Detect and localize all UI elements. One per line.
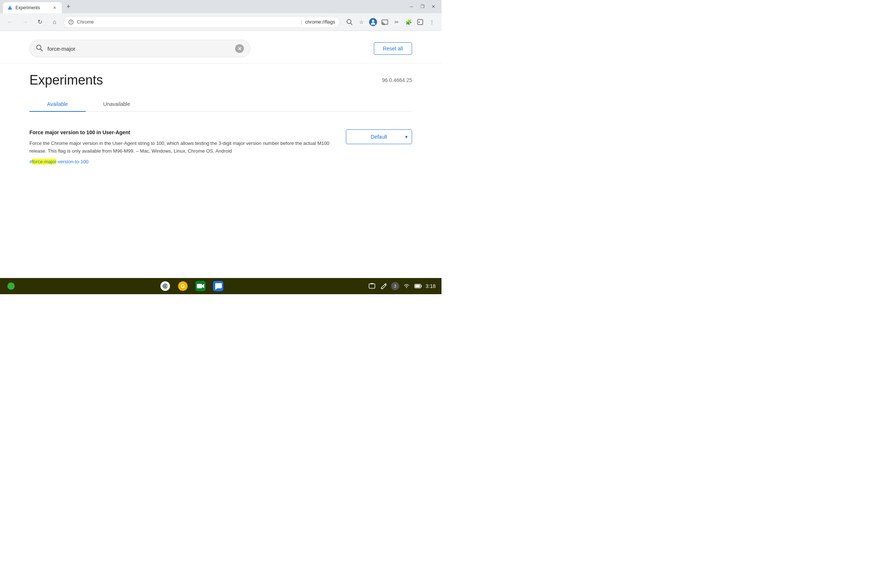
taskbar-google-icon[interactable]: G xyxy=(176,279,189,293)
tab-unavailable[interactable]: Unavailable xyxy=(86,97,148,111)
page-title: Experiments xyxy=(29,72,103,88)
address-brand: Chrome xyxy=(77,19,298,25)
address-separator: | xyxy=(301,19,302,25)
svg-rect-21 xyxy=(371,283,374,284)
maximize-button[interactable]: ❐ xyxy=(417,2,428,12)
tab-close-button[interactable]: ✕ xyxy=(51,5,57,10)
address-bar[interactable]: Chrome | chrome://flags xyxy=(63,16,340,28)
svg-marker-0 xyxy=(8,6,12,9)
version-text: 96.0.4664.25 xyxy=(382,77,412,83)
svg-point-13 xyxy=(164,285,167,288)
puzzle-icon[interactable]: 🧩 xyxy=(403,17,413,27)
svg-point-2 xyxy=(71,23,71,24)
search-icon[interactable] xyxy=(344,17,355,27)
cast-icon[interactable] xyxy=(380,17,390,27)
search-input[interactable] xyxy=(48,46,231,52)
select-wrapper[interactable]: Default Enabled Disabled xyxy=(346,129,412,144)
back-button[interactable]: ← xyxy=(5,16,16,28)
home-button[interactable]: ⌂ xyxy=(48,16,60,28)
svg-rect-20 xyxy=(369,284,375,288)
security-icon xyxy=(68,19,74,25)
svg-text:G: G xyxy=(181,283,185,289)
taskbar-pen-icon[interactable] xyxy=(379,282,388,291)
taskbar-battery-icon[interactable] xyxy=(414,282,423,291)
forward-button[interactable]: → xyxy=(19,16,31,28)
tab-favicon xyxy=(8,5,12,10)
flag-name: Force major version to 100 in User-Agent xyxy=(29,129,334,135)
window-controls: ─ ❐ ✕ xyxy=(406,2,438,12)
new-tab-button[interactable]: + xyxy=(63,2,74,12)
browser-tab[interactable]: Experiments ✕ xyxy=(3,2,62,13)
reset-all-button[interactable]: Reset all xyxy=(374,42,412,55)
search-box[interactable]: ✕ xyxy=(29,40,250,57)
svg-point-9 xyxy=(8,282,15,290)
svg-rect-23 xyxy=(415,285,420,288)
flag-link-container: #force-major-version-to-100 xyxy=(29,158,334,165)
taskbar-chat-icon[interactable] xyxy=(212,279,225,293)
flag-select[interactable]: Default Enabled Disabled xyxy=(346,129,412,144)
flag-desc: Force the Chrome major version in the Us… xyxy=(29,140,334,155)
taskbar-notification-icon[interactable]: 3 xyxy=(391,282,399,290)
toolbar-icons: ☆ ✂ 🧩 xyxy=(344,17,437,27)
flag-item: Force major version to 100 in User-Agent… xyxy=(29,123,412,171)
flag-link[interactable]: #force-major-version-to-100 xyxy=(29,159,88,164)
svg-point-5 xyxy=(372,20,374,22)
tab-title: Experiments xyxy=(15,5,48,10)
flags-content: Force major version to 100 in User-Agent… xyxy=(0,112,442,182)
taskbar-wifi-icon[interactable] xyxy=(402,282,411,291)
address-url: chrome://flags xyxy=(305,19,335,25)
flag-link-highlight: force-major xyxy=(32,159,56,164)
taskbar: G xyxy=(0,278,442,294)
menu-icon[interactable]: ⋮ xyxy=(427,17,437,27)
svg-rect-24 xyxy=(421,285,422,287)
taskbar-left xyxy=(6,281,16,291)
page-content: ✕ Reset all Experiments 96.0.4664.25 Ava… xyxy=(0,31,442,278)
account-icon[interactable] xyxy=(368,17,378,27)
taskbar-right: 3 3:18 xyxy=(368,282,435,291)
extension-icon[interactable] xyxy=(415,17,425,27)
taskbar-chrome-icon[interactable] xyxy=(159,279,172,293)
minimize-button[interactable]: ─ xyxy=(406,2,416,12)
flag-dropdown[interactable]: Default Enabled Disabled xyxy=(346,129,412,144)
search-clear-button[interactable]: ✕ xyxy=(235,44,244,53)
flag-text: Force major version to 100 in User-Agent… xyxy=(29,129,334,165)
svg-rect-17 xyxy=(197,284,202,288)
taskbar-center: G xyxy=(16,279,368,293)
search-area: ✕ Reset all xyxy=(0,31,442,64)
title-bar: Experiments ✕ + ─ ❐ ✕ xyxy=(0,0,442,13)
svg-rect-7 xyxy=(417,20,423,25)
main-heading-area: Experiments 96.0.4664.25 xyxy=(0,64,442,88)
search-box-icon xyxy=(36,44,43,53)
tabs-area: Available Unavailable xyxy=(0,88,442,112)
tabs: Available Unavailable xyxy=(29,97,412,112)
close-button[interactable]: ✕ xyxy=(428,2,438,12)
scissors-icon[interactable]: ✂ xyxy=(392,17,402,27)
taskbar-meet-icon[interactable] xyxy=(194,279,207,293)
taskbar-screenshot-icon[interactable] xyxy=(368,282,376,291)
taskbar-time: 3:18 xyxy=(426,283,435,289)
tab-available[interactable]: Available xyxy=(29,97,86,111)
nav-bar: ← → ↻ ⌂ Chrome | chrome://flags xyxy=(0,13,442,31)
bookmark-icon[interactable]: ☆ xyxy=(356,17,366,27)
browser-frame: Experiments ✕ + ─ ❐ ✕ ← → ↻ ⌂ Chrome | c… xyxy=(0,0,442,294)
flag-link-suffix: -version-to-100 xyxy=(56,159,88,164)
refresh-button[interactable]: ↻ xyxy=(34,16,46,28)
taskbar-system-icon[interactable] xyxy=(6,281,16,291)
